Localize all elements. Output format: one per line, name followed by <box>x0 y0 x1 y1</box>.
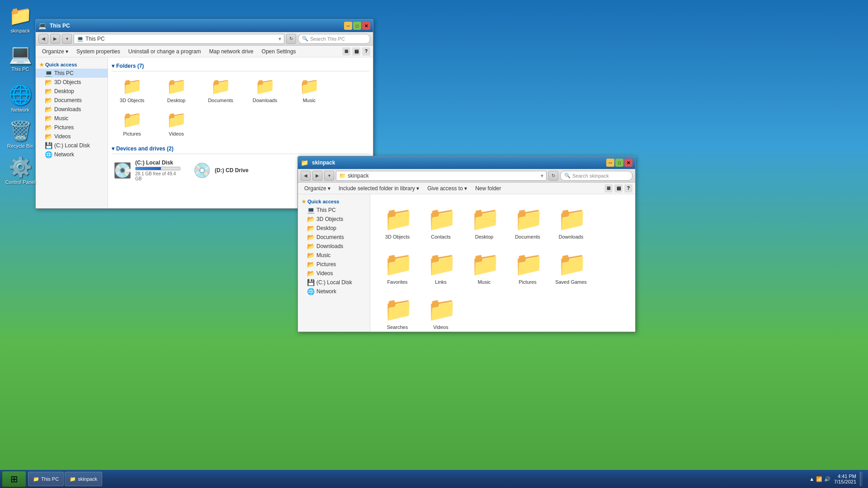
dropdown-button-skinpack[interactable]: ▾ <box>324 171 334 181</box>
explorer-window-skinpack[interactable]: 📁 skinpack ─ □ ✕ ◀ ▶ ▾ 📁 skinpack ▾ ↻ 🔍 … <box>297 156 636 332</box>
sp-folder-savedgames[interactable]: 📁 Saved Games <box>553 249 589 286</box>
opensettings-menu-thispc[interactable]: Open Settings <box>258 47 300 56</box>
chevron-up-icon[interactable]: ▲ <box>809 476 814 482</box>
refresh-button-thispc[interactable]: ↻ <box>286 34 296 44</box>
show-desktop-button[interactable] <box>860 472 863 486</box>
desktop-icon-thispc[interactable]: 💻 This PC <box>5 43 36 72</box>
sidebar2-music[interactable]: 📂Music <box>298 251 370 260</box>
sidebar2-localdisk[interactable]: 💾(C:) Local Disk <box>298 278 370 287</box>
folder-music[interactable]: 📁Music <box>289 75 330 105</box>
search-bar-thispc[interactable]: 🔍 Search This PC <box>298 34 370 44</box>
sidebar2-network[interactable]: 🌐Network <box>298 287 370 296</box>
sidebar-downloads[interactable]: 📂Downloads <box>36 105 108 114</box>
sp-folder-downloads[interactable]: 📁 Downloads <box>553 203 589 241</box>
mapnetwork-menu-thispc[interactable]: Map network drive <box>206 47 257 56</box>
minimize-button-skinpack[interactable]: ─ <box>606 159 614 167</box>
sidebar2-videos[interactable]: 📂Videos <box>298 269 370 278</box>
sidebar-music[interactable]: 📂Music <box>36 114 108 123</box>
sidebar2-3dobjects[interactable]: 📂3D Objects <box>298 215 370 224</box>
sidebar-thispc2[interactable]: 💻This PC <box>298 206 370 215</box>
sp-folder-pictures[interactable]: 📁 Pictures <box>509 249 546 286</box>
help-button-skinpack[interactable]: ? <box>624 184 632 192</box>
sp-folder-desktop[interactable]: 📁 Desktop <box>466 203 502 241</box>
forward-button-thispc[interactable]: ▶ <box>50 34 60 44</box>
menubar-thispc: Organize ▾ System properties Uninstall o… <box>36 46 373 57</box>
titlebar-label-thispc: This PC <box>48 23 344 29</box>
folder-videos[interactable]: 📁Videos <box>156 108 197 138</box>
view-toggle-thispc[interactable]: ⊞ <box>342 47 350 56</box>
notification-area: ▲ 📶 🔊 <box>809 476 830 482</box>
search-placeholder-skinpack: Search skinpack <box>572 173 609 178</box>
forward-button-skinpack[interactable]: ▶ <box>312 171 322 181</box>
sidebar2-pictures[interactable]: 📂Pictures <box>298 260 370 269</box>
folder-documents[interactable]: 📁Documents <box>200 75 241 105</box>
folder-3dobjects[interactable]: 📁3D Objects <box>112 75 152 105</box>
desktop-icon-skinpack[interactable]: 📁 skinpack <box>5 5 36 34</box>
maximize-button-skinpack[interactable]: □ <box>615 159 623 167</box>
close-button-skinpack[interactable]: ✕ <box>624 159 632 167</box>
address-dropdown-icon2[interactable]: ▾ <box>541 173 543 179</box>
back-button-thispc[interactable]: ◀ <box>38 34 48 44</box>
desktop-icon-network[interactable]: 🌐 Network <box>5 84 36 113</box>
address-bar-thispc[interactable]: 💻 This PC ▾ <box>74 34 284 44</box>
view-list-skinpack[interactable]: ▤ <box>614 184 623 192</box>
refresh-button-skinpack[interactable]: ↻ <box>548 171 558 181</box>
sp-folder-documents[interactable]: 📁 Documents <box>509 203 546 241</box>
titlebar-skinpack: 📁 skinpack ─ □ ✕ <box>298 156 635 169</box>
help-button-thispc[interactable]: ? <box>362 47 370 56</box>
sp-folder-3dobjects[interactable]: 📁 3D Objects <box>379 203 415 241</box>
include-menu-skinpack[interactable]: Include selected folder in library ▾ <box>335 184 423 192</box>
drive-c[interactable]: 💽 (C:) Local Disk 28.1 GB free of 49.4 G… <box>112 158 184 183</box>
sidebar2-desktop[interactable]: 📂Desktop <box>298 224 370 233</box>
organize-menu-skinpack[interactable]: Organize ▾ <box>301 184 334 192</box>
drive-d[interactable]: 💿 (D:) CD Drive <box>191 158 264 183</box>
sidebar-thispc-item[interactable]: 💻 This PC <box>36 69 108 78</box>
minimize-button-thispc[interactable]: ─ <box>344 22 352 30</box>
sidebar2-documents[interactable]: 📂Documents <box>298 233 370 242</box>
maximize-button-thispc[interactable]: □ <box>353 22 361 30</box>
sp-folder-music[interactable]: 📁 Music <box>466 249 502 286</box>
start-button[interactable]: ⊞ <box>2 471 26 487</box>
giveaccess-menu-skinpack[interactable]: Give access to ▾ <box>424 184 471 192</box>
sp-folder-videos[interactable]: 📁 Videos <box>423 294 459 332</box>
clock[interactable]: 4:41 PM 7/15/2021 <box>834 474 856 484</box>
sidebar-quickaccess-header2[interactable]: ★ Quick access <box>298 198 370 206</box>
organize-menu-thispc[interactable]: Organize ▾ <box>38 47 72 56</box>
taskbar-icon-explorer2: 📁 <box>70 476 76 482</box>
folder-downloads[interactable]: 📁Downloads <box>245 75 285 105</box>
sp-folder-searches[interactable]: 📁 Searches <box>379 294 415 332</box>
folder-pictures[interactable]: 📁Pictures <box>112 108 152 138</box>
sidebar-3dobjects[interactable]: 📂3D Objects <box>36 78 108 87</box>
search-bar-skinpack[interactable]: 🔍 Search skinpack <box>560 171 632 181</box>
newfolder-menu-skinpack[interactable]: New folder <box>472 184 505 192</box>
systemprops-menu-thispc[interactable]: System properties <box>73 47 124 56</box>
taskbar-btn-explorer2[interactable]: 📁 skinpack <box>65 472 102 486</box>
address-dropdown-icon[interactable]: ▾ <box>278 36 281 42</box>
address-bar-skinpack[interactable]: 📁 skinpack ▾ <box>336 171 547 181</box>
sidebar-pictures[interactable]: 📂Pictures <box>36 123 108 132</box>
sidebar-localdisk[interactable]: 💾(C:) Local Disk <box>36 141 108 150</box>
sidebar-videos[interactable]: 📂Videos <box>36 132 108 141</box>
sp-folder-links[interactable]: 📁 Links <box>423 249 459 286</box>
desktop-icon-controlpanel[interactable]: ⚙️ Control Panel <box>5 156 36 185</box>
close-button-thispc[interactable]: ✕ <box>362 22 370 30</box>
folders-section-header: ▾ Folders (7) <box>112 61 369 71</box>
taskbar: ⊞ 📁 This PC 📁 skinpack ▲ 📶 🔊 4:41 PM 7/1… <box>0 470 868 488</box>
back-button-skinpack[interactable]: ◀ <box>301 171 311 181</box>
folder-desktop[interactable]: 📁Desktop <box>156 75 197 105</box>
sidebar2-downloads[interactable]: 📂Downloads <box>298 242 370 251</box>
dropdown-button-thispc[interactable]: ▾ <box>62 34 72 44</box>
view-toggle-skinpack[interactable]: ⊞ <box>604 184 613 192</box>
sidebar-network[interactable]: 🌐Network <box>36 150 108 159</box>
taskbar-btn-explorer1[interactable]: 📁 This PC <box>28 472 64 486</box>
sidebar-quickaccess-header[interactable]: ★ Quick access <box>36 61 108 69</box>
uninstall-menu-thispc[interactable]: Uninstall or change a program <box>125 47 205 56</box>
start-icon: ⊞ <box>10 474 18 484</box>
sp-folder-favorites[interactable]: 📁 Favorites <box>379 249 415 286</box>
sidebar-documents[interactable]: 📂Documents <box>36 96 108 105</box>
search-icon-thispc: 🔍 <box>302 36 308 42</box>
view-list-thispc[interactable]: ▤ <box>352 47 360 56</box>
desktop-icon-recyclebin[interactable]: 🗑️ Recycle Bin <box>5 120 36 149</box>
sp-folder-contacts[interactable]: 📁 Contacts <box>423 203 459 241</box>
sidebar-desktop[interactable]: 📂Desktop <box>36 87 108 96</box>
